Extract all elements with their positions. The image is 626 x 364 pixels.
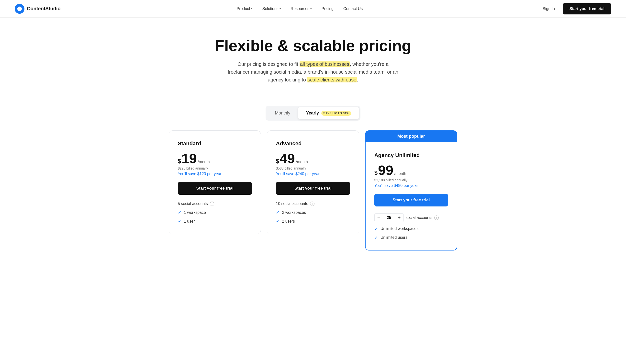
check-icon: ✓ (276, 210, 279, 215)
logo-text: ContentStudio (27, 6, 61, 11)
plan-advanced-name: Advanced (276, 140, 350, 147)
logo[interactable]: ContentStudio (15, 4, 61, 14)
nav-solutions[interactable]: Solutions ▾ (258, 5, 285, 13)
chevron-down-icon: ▾ (279, 7, 281, 10)
feature-item: ✓ 2 users (276, 219, 350, 224)
hero-description: Our pricing is designed to fit all types… (227, 60, 399, 84)
navbar: ContentStudio Product ▾ Solutions ▾ Reso… (0, 0, 626, 18)
logo-icon (15, 4, 24, 14)
check-icon: ✓ (374, 235, 378, 240)
plan-standard-name: Standard (178, 140, 252, 147)
nav-product[interactable]: Product ▾ (233, 5, 257, 13)
stepper-minus-button[interactable]: − (374, 213, 383, 222)
yearly-toggle[interactable]: Yearly SAVE UP TO 34% (298, 107, 359, 119)
billing-toggle: Monthly Yearly SAVE UP TO 34% (266, 106, 360, 121)
plan-standard-billed: $228 billed annually (178, 166, 252, 170)
feature-item: ✓ Unlimited workspaces (374, 226, 448, 231)
signin-button[interactable]: Sign In (539, 5, 559, 13)
feature-item: ✓ Unlimited users (374, 235, 448, 240)
pricing-grid: Standard $ 19 /month $228 billed annuall… (154, 130, 472, 270)
plan-standard-features: ✓ 1 workspace ✓ 1 user (178, 210, 252, 224)
plan-agency-name: Agency Unlimited (374, 152, 448, 159)
hero-section: Flexible & scalable pricing Our pricing … (0, 18, 626, 93)
nav-contact[interactable]: Contact Us (339, 5, 367, 13)
plan-standard-cta[interactable]: Start your free trial (178, 182, 252, 195)
plan-agency: Agency Unlimited $ 99 /month $1,188 bill… (365, 142, 457, 250)
chevron-down-icon: ▾ (310, 7, 312, 10)
feature-item: ✓ 1 user (178, 219, 252, 224)
feature-item: ✓ 1 workspace (178, 210, 252, 215)
check-icon: ✓ (178, 210, 181, 215)
check-icon: ✓ (374, 226, 378, 231)
plan-advanced-billed: $588 billed annually (276, 166, 350, 170)
plan-advanced-social: 10 social accounts i (276, 202, 350, 206)
plan-advanced: Advanced $ 49 /month $588 billed annuall… (267, 130, 359, 234)
plan-advanced-price: $ 49 /month (276, 152, 350, 165)
highlight-scale: scale clients with ease (307, 77, 357, 82)
info-icon: i (434, 215, 439, 220)
nav-cta-button[interactable]: Start your free trial (563, 3, 611, 14)
monthly-toggle[interactable]: Monthly (267, 107, 298, 119)
social-stepper: − 25 + (374, 213, 404, 222)
info-icon: i (310, 202, 314, 206)
plan-agency-wrapper: Most popular Agency Unlimited $ 99 /mont… (365, 130, 457, 250)
plan-advanced-savings: You'll save $240 per year (276, 172, 350, 176)
plan-agency-savings: You'll save $480 per year (374, 183, 448, 188)
plan-agency-price: $ 99 /month (374, 163, 448, 177)
info-icon: i (210, 202, 214, 206)
plan-agency-billed: $1,188 billed annually (374, 178, 448, 182)
plan-agency-social-row: − 25 + social accounts i (374, 213, 448, 222)
plan-advanced-cta[interactable]: Start your free trial (276, 182, 350, 195)
check-icon: ✓ (178, 219, 181, 224)
logo-svg (17, 6, 22, 11)
plan-standard-social: 5 social accounts i (178, 202, 252, 206)
plan-standard: Standard $ 19 /month $228 billed annuall… (169, 130, 261, 234)
plan-standard-price: $ 19 /month (178, 152, 252, 165)
plan-agency-features: ✓ Unlimited workspaces ✓ Unlimited users (374, 226, 448, 240)
chevron-down-icon: ▾ (251, 7, 253, 10)
stepper-plus-button[interactable]: + (395, 213, 404, 222)
plan-advanced-features: ✓ 2 workspaces ✓ 2 users (276, 210, 350, 224)
save-badge: SAVE UP TO 34% (321, 111, 351, 116)
plan-standard-savings: You'll save $120 per year (178, 172, 252, 176)
plan-agency-cta[interactable]: Start your free trial (374, 194, 448, 206)
nav-actions: Sign In Start your free trial (539, 3, 611, 14)
check-icon: ✓ (276, 219, 279, 224)
nav-links: Product ▾ Solutions ▾ Resources ▾ Pricin… (233, 5, 367, 13)
feature-item: ✓ 2 workspaces (276, 210, 350, 215)
popular-banner: Most popular (365, 130, 457, 142)
stepper-value: 25 (383, 213, 395, 222)
nav-pricing[interactable]: Pricing (318, 5, 337, 13)
highlight-businesses: all types of businesses (300, 61, 350, 67)
nav-resources[interactable]: Resources ▾ (287, 5, 316, 13)
hero-title: Flexible & scalable pricing (5, 37, 621, 54)
